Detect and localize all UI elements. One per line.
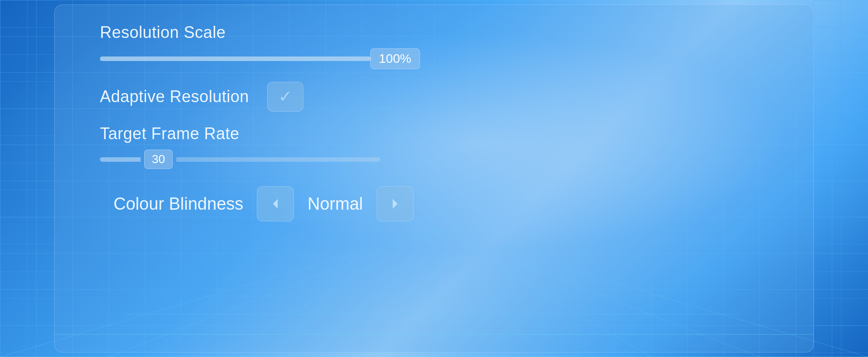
colour-blindness-row: Colour Blindness Normal xyxy=(100,186,768,221)
colour-blindness-value: Normal xyxy=(307,194,363,214)
svg-marker-19 xyxy=(392,199,397,208)
resolution-scale-label: Resolution Scale xyxy=(100,23,768,42)
adaptive-resolution-label: Adaptive Resolution xyxy=(100,87,249,106)
svg-marker-18 xyxy=(273,199,278,208)
resolution-scale-track[interactable] xyxy=(100,56,371,61)
target-frame-rate-row: Target Frame Rate 30 xyxy=(100,124,768,169)
resolution-scale-slider-container: 100% xyxy=(100,48,768,69)
colour-blindness-label: Colour Blindness xyxy=(113,194,243,214)
check-icon: ✓ xyxy=(278,87,292,106)
adaptive-resolution-row: Adaptive Resolution ✓ xyxy=(100,82,768,112)
right-arrow-icon xyxy=(388,197,402,211)
frame-rate-slider-container: 30 xyxy=(100,150,380,169)
adaptive-resolution-checkbox-row: Adaptive Resolution ✓ xyxy=(100,82,768,112)
colour-blindness-prev-button[interactable] xyxy=(257,186,294,221)
frame-rate-fill xyxy=(100,157,141,162)
frame-rate-track-right[interactable] xyxy=(176,157,380,162)
side-grid-left xyxy=(0,0,54,357)
target-frame-rate-label: Target Frame Rate xyxy=(100,124,768,143)
resolution-scale-fill xyxy=(100,56,371,61)
resolution-scale-row: Resolution Scale 100% xyxy=(100,23,768,69)
resolution-scale-value: 100% xyxy=(370,48,420,69)
settings-panel: Resolution Scale 100% Adaptive Resolutio… xyxy=(54,5,814,352)
frame-rate-value: 30 xyxy=(144,150,173,169)
colour-blindness-next-button[interactable] xyxy=(377,186,414,221)
side-grid-right xyxy=(814,0,868,357)
adaptive-resolution-checkbox[interactable]: ✓ xyxy=(267,82,303,112)
left-arrow-icon xyxy=(268,197,283,211)
